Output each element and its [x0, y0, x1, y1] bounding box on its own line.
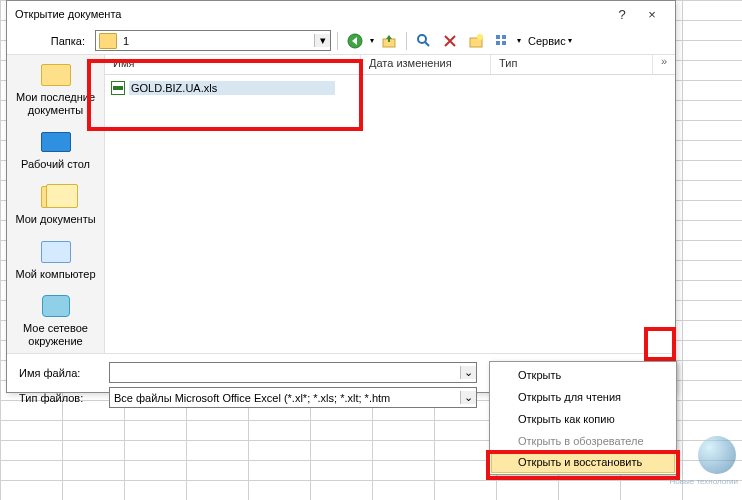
place-label: Мои документы — [15, 213, 95, 226]
menu-open-copy[interactable]: Открыть как копию — [492, 408, 674, 430]
chevron-down-icon[interactable]: ⌄ — [460, 391, 476, 404]
desktop-icon — [41, 132, 71, 152]
tools-menu[interactable]: Сервис ▾ — [525, 35, 575, 47]
up-folder-icon — [381, 33, 397, 49]
new-folder-icon — [468, 33, 484, 49]
filename-input[interactable]: ⌄ — [109, 362, 477, 383]
network-icon — [42, 295, 70, 317]
search-icon — [416, 33, 432, 49]
tools-label: Сервис — [528, 35, 566, 47]
place-label: Мои последние документы — [9, 91, 102, 116]
place-computer[interactable]: Мой компьютер — [7, 232, 104, 287]
svg-rect-9 — [502, 41, 506, 45]
menu-open-browser[interactable]: Открыть в обозревателе — [492, 430, 674, 452]
menu-open[interactable]: Открыть — [492, 364, 674, 386]
open-file-dialog: Открытие документа ? × Папка: 1 ▾ ▾ — [6, 0, 676, 393]
up-level-button[interactable] — [378, 30, 400, 52]
svg-point-2 — [418, 35, 426, 43]
menu-open-repair[interactable]: Открыть и восстановить — [491, 451, 675, 473]
close-button[interactable]: × — [637, 7, 667, 22]
computer-icon — [41, 241, 71, 263]
watermark-text: Новые технологии — [670, 477, 739, 486]
chevron-down-icon[interactable]: ⌄ — [460, 366, 476, 379]
place-documents[interactable]: Мои документы — [7, 177, 104, 232]
delete-icon — [443, 34, 457, 48]
new-folder-button[interactable] — [465, 30, 487, 52]
more-columns-button[interactable]: » — [653, 55, 675, 74]
place-recent[interactable]: Мои последние документы — [7, 55, 104, 122]
back-dropdown-icon[interactable]: ▾ — [370, 36, 374, 45]
folder-icon — [99, 33, 117, 49]
dialog-title: Открытие документа — [15, 8, 607, 20]
views-button[interactable] — [491, 30, 513, 52]
places-bar: Мои последние документы Рабочий стол Мои… — [7, 55, 105, 353]
svg-rect-6 — [496, 35, 500, 39]
folder-icon — [41, 64, 71, 86]
place-label: Мое сетевое окружение — [9, 322, 102, 347]
toolbar: Папка: 1 ▾ ▾ ▾ Сервис ▾ — [7, 27, 675, 55]
menu-open-readonly[interactable]: Открыть для чтения — [492, 386, 674, 408]
file-row[interactable]: GOLD.BIZ.UA.xls — [105, 79, 675, 97]
svg-rect-8 — [496, 41, 500, 45]
filetype-label: Тип файлов: — [17, 392, 103, 404]
column-headers: Имя Дата изменения Тип » — [105, 55, 675, 75]
folder-select[interactable]: 1 ▾ — [95, 30, 331, 51]
column-date[interactable]: Дата изменения — [361, 55, 491, 74]
open-dropdown-menu: Открыть Открыть для чтения Открыть как к… — [489, 361, 677, 475]
column-type[interactable]: Тип — [491, 55, 653, 74]
help-button[interactable]: ? — [607, 7, 637, 22]
back-button[interactable] — [344, 30, 366, 52]
svg-line-3 — [425, 42, 429, 46]
delete-button[interactable] — [439, 30, 461, 52]
filename-label: Имя файла: — [17, 367, 103, 379]
svg-point-5 — [477, 34, 483, 40]
place-label: Мой компьютер — [15, 268, 95, 281]
column-name[interactable]: Имя — [105, 55, 361, 74]
folder-label: Папка: — [21, 35, 91, 47]
place-network[interactable]: Мое сетевое окружение — [7, 286, 104, 353]
place-label: Рабочий стол — [21, 158, 90, 171]
watermark-globe-icon — [698, 436, 736, 474]
excel-file-icon — [111, 81, 125, 95]
place-desktop[interactable]: Рабочий стол — [7, 122, 104, 177]
filetype-select[interactable]: Все файлы Microsoft Office Excel (*.xl*;… — [109, 387, 477, 408]
file-list-area: Имя Дата изменения Тип » GOLD.BIZ.UA.xls — [105, 55, 675, 353]
back-arrow-icon — [347, 33, 363, 49]
file-name: GOLD.BIZ.UA.xls — [129, 81, 335, 95]
views-dropdown-icon[interactable]: ▾ — [517, 36, 521, 45]
documents-icon — [41, 186, 71, 208]
filetype-value: Все файлы Microsoft Office Excel (*.xl*;… — [110, 392, 460, 404]
svg-rect-7 — [502, 35, 506, 39]
views-icon — [494, 33, 510, 49]
chevron-down-icon[interactable]: ▾ — [314, 34, 330, 47]
chevron-down-icon: ▾ — [568, 36, 572, 45]
titlebar: Открытие документа ? × — [7, 1, 675, 27]
search-button[interactable] — [413, 30, 435, 52]
folder-value: 1 — [120, 35, 314, 47]
